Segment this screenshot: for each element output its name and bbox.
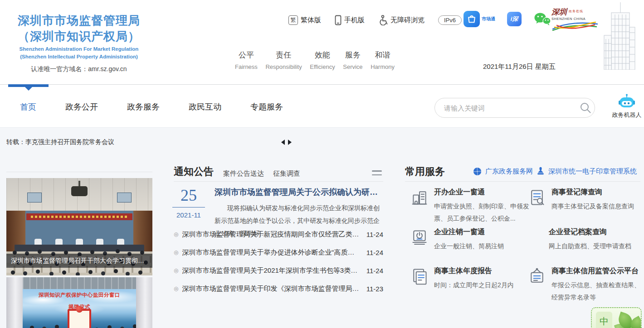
current-date: 2021年11月26日 星期五 xyxy=(483,63,556,71)
document-search-icon xyxy=(528,188,546,208)
services-section-title: 常用服务 xyxy=(405,165,445,178)
featured-month: 2021-11 xyxy=(172,211,205,219)
bullet-icon: ◎ xyxy=(174,267,178,274)
accessibility-link[interactable]: 无障碍浏览 xyxy=(378,15,424,25)
news-ticker[interactable]: 转载：李克强主持召开国务院常务会议 xyxy=(6,138,114,146)
featured-date-block: 25 2021-11 xyxy=(172,187,205,219)
service-business-cancellation[interactable]: 企业注销一窗通 企业一般注销、简易注销 xyxy=(410,227,542,252)
shenzhen-china-logo-tag: 政务在线 xyxy=(569,9,583,14)
market-app-icon xyxy=(463,11,480,27)
nav-item-interaction[interactable]: 政民互动 xyxy=(189,101,221,112)
wechat-icon[interactable] xyxy=(533,12,551,26)
notices-section-title: 通知公告 xyxy=(174,165,214,178)
site-logo[interactable]: 深圳市市场监督管理局 （深圳市知识产权局） Shenzhen Administr… xyxy=(13,13,145,73)
slide-caption: 深圳市市场监督管理局召开干部大会学习贯彻党的十... xyxy=(6,254,152,268)
pinwheel-icon xyxy=(473,167,482,176)
search-icon xyxy=(580,102,591,114)
ticker-controls xyxy=(281,140,292,145)
photo-pillar-right xyxy=(136,277,152,328)
value-fairness: 公平 Fairness xyxy=(235,50,258,70)
site-subtitle-en1: Shenzhen Administration For Market Regul… xyxy=(13,46,145,52)
stamp-icon xyxy=(536,167,545,176)
featured-notice-title[interactable]: 深圳市市场监督管理局关于公示拟确认为研发与标... xyxy=(215,187,383,198)
bullet-icon: ◎ xyxy=(174,249,178,256)
left-column-divider xyxy=(6,172,152,172)
ticker-prev-icon[interactable] xyxy=(281,140,285,145)
i-shenzhen-app-icon[interactable]: i深 xyxy=(507,12,522,26)
search-button[interactable] xyxy=(576,98,595,117)
rainbow-swoosh-icon xyxy=(551,21,599,32)
notice-list: ◎ 深圳市市场监督管理局关于新冠疫情期间全市仅经营乙类非... 11-24 ◎ … xyxy=(174,225,383,298)
nav-item-special-services[interactable]: 专题服务 xyxy=(250,101,283,112)
site-header: 深圳市市场监督管理局 （深圳市知识产权局） Shenzhen Administr… xyxy=(0,0,644,84)
power-box-icon xyxy=(410,228,429,248)
widget-glyph: 中 xyxy=(596,312,612,328)
main-nav: 首页 政务公开 政务服务 政民互动 专题服务 xyxy=(0,84,644,128)
services-divider xyxy=(405,181,640,182)
mobile-version-link[interactable]: 手机版 xyxy=(335,15,365,25)
header-quick-links: 繁 繁体版 手机版 无障碍浏览 IPv6 xyxy=(288,14,462,26)
building-sketch xyxy=(596,0,643,70)
photo-head-table xyxy=(15,245,144,251)
robot-icon xyxy=(619,94,635,108)
photo-projector xyxy=(71,186,88,196)
bullet-icon: ◎ xyxy=(174,231,178,237)
report-pages-icon xyxy=(410,267,429,287)
nav-item-gov-services[interactable]: 政务服务 xyxy=(127,101,160,112)
service-registry-search[interactable]: 商事登记簿查询 商事主体登记及备案信息查询 xyxy=(528,188,641,212)
shenzhen-china-logo-en: SHENZHEN CHINA xyxy=(551,17,600,21)
tab-case-announcements[interactable]: 案件公告送达 xyxy=(223,169,264,178)
ipv6-badge[interactable]: IPv6 xyxy=(438,15,462,25)
search-input[interactable] xyxy=(435,104,576,112)
service-credit-platform[interactable]: 商事主体信用监管公示平台 年报公示信息、抽查检查结果、经营异常名录等 xyxy=(528,266,641,304)
value-efficiency: 效能 Efficiency xyxy=(310,50,335,70)
site-subtitle-en2: (Shenzhen Intellectual Property Administ… xyxy=(13,53,145,60)
traditional-chinese-icon: 繁 xyxy=(288,15,298,25)
search-box xyxy=(434,98,595,118)
featured-day: 25 xyxy=(172,187,205,207)
traditional-version-link[interactable]: 繁 繁体版 xyxy=(288,15,321,25)
traditional-version-label: 繁体版 xyxy=(301,16,321,24)
shenzhen-china-logo[interactable]: 深圳 政务在线 SHENZHEN CHINA xyxy=(551,8,600,34)
value-service: 服务 Service xyxy=(343,50,362,70)
notice-list-item[interactable]: ◎ 深圳市市场监督管理局关于举办促进体外诊断企业“高质量... 11-24 xyxy=(174,243,383,261)
official-domain-note: 认准唯一官方域名：amr.sz.gov.cn xyxy=(13,65,145,73)
site-title-line2: （深圳市知识产权局） xyxy=(13,29,145,44)
notices-divider xyxy=(174,181,383,182)
notice-list-item[interactable]: ◎ 深圳市市场监督管理局关于2021年深圳市学生书包等3类产... 11-24 xyxy=(174,261,383,280)
header-app-icons: 市场通 i深 xyxy=(463,11,551,27)
service-registration-archives[interactable]: 企业登记档案查询 网上自助查档、受理申请查档 xyxy=(528,227,641,252)
value-harmony: 和谐 Harmony xyxy=(371,50,395,70)
nav-item-gov-disclosure[interactable]: 政务公开 xyxy=(65,101,98,112)
core-values: 公平 Fairness 责任 Responsibility 效能 Efficie… xyxy=(235,50,395,70)
wheelchair-icon xyxy=(378,15,388,25)
notice-list-item[interactable]: ◎ 深圳市市场监督管理局关于新冠疫情期间全市仅经营乙类非... 11-24 xyxy=(174,225,383,243)
service-open-business[interactable]: 开办企业一窗通 申请营业执照、刻制印章、申领发票、员工参保登记、公积金... xyxy=(410,188,542,225)
market-app-label: 市场通 xyxy=(482,16,495,22)
ticker-next-icon[interactable] xyxy=(288,140,292,145)
site-title-line1: 深圳市市场监督管理局 xyxy=(13,13,145,29)
market-app-link[interactable]: 市场通 xyxy=(463,11,495,27)
service-annual-report[interactable]: 商事主体年度报告 时间：成立周年之日起2月内 xyxy=(410,266,542,291)
active-tab-indicator xyxy=(8,84,49,87)
guangdong-gov-service-link[interactable]: 广东政务服务网 xyxy=(473,167,533,176)
value-responsibility: 责任 Responsibility xyxy=(265,50,302,70)
hanging-board-icon xyxy=(528,267,546,287)
accessibility-label: 无障碍浏览 xyxy=(390,16,424,24)
notice-list-item[interactable]: ◎ 深圳市市场监督管理局关于印发《深圳市市场监督管理局商... 11-23 xyxy=(174,280,383,298)
eseal-system-link[interactable]: 深圳市统一电子印章管理系统 xyxy=(536,167,637,176)
gov-robot-widget[interactable]: 政务机器人 xyxy=(610,94,643,119)
carousel-slide-meeting[interactable]: 深圳市市场监督管理局召开干部大会学习贯彻党的十... xyxy=(6,178,152,275)
photo-pillar-left xyxy=(6,277,23,328)
nav-item-home[interactable]: 首页 xyxy=(20,101,36,112)
tab-surveys[interactable]: 征集调查 xyxy=(273,169,300,178)
notices-more-icon[interactable] xyxy=(372,170,382,178)
bullet-icon: ◎ xyxy=(174,285,178,292)
floating-green-widget[interactable]: 中 xyxy=(591,307,642,328)
page: 深圳市市场监督管理局 （深圳市知识产权局） Shenzhen Administr… xyxy=(0,0,644,328)
banner-text-line1: 深圳知识产权保护中心盐田分窗口 xyxy=(6,292,152,299)
building-icon xyxy=(410,188,429,208)
shenzhen-china-logo-cn: 深圳 xyxy=(551,8,567,16)
carousel-slide-unveiling[interactable]: 深圳知识产权保护中心盐田分窗口 揭牌仪式 xyxy=(6,277,152,328)
robot-label: 政务机器人 xyxy=(610,111,643,119)
